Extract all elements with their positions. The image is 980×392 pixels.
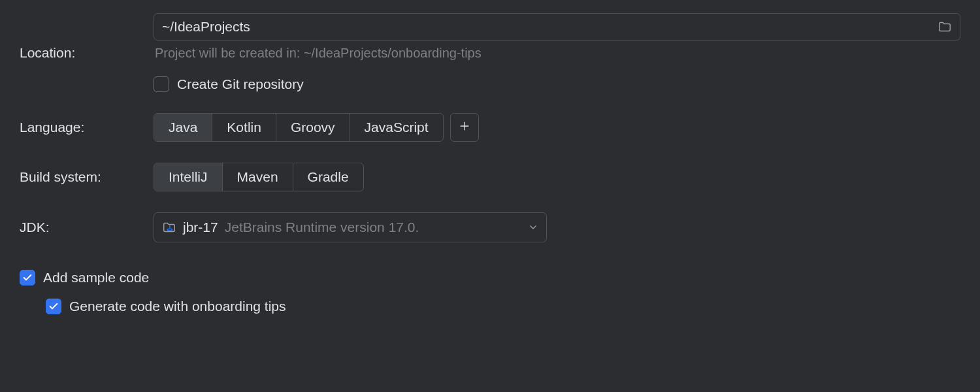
build-system-segmented: IntelliJ Maven Gradle	[154, 163, 364, 191]
language-controls: Java Kotlin Groovy JavaScript	[154, 113, 479, 142]
sample-code-label: Add sample code	[43, 270, 149, 286]
location-input-wrap[interactable]	[154, 13, 960, 41]
build-system-label: Build system:	[20, 169, 147, 185]
git-checkbox-label: Create Git repository	[177, 76, 304, 92]
build-system-option-intellij[interactable]: IntelliJ	[154, 163, 223, 191]
language-row: Language: Java Kotlin Groovy JavaScript	[20, 113, 960, 142]
onboarding-tips-label: Generate code with onboarding tips	[69, 299, 286, 314]
location-row: Location: Project will be created in: ~/…	[20, 13, 960, 92]
jdk-selected-description: JetBrains Runtime version 17.0.	[225, 220, 521, 235]
new-project-form: Location: Project will be created in: ~/…	[20, 13, 960, 314]
svg-point-2	[167, 229, 172, 231]
jdk-folder-icon	[162, 220, 176, 235]
language-option-groovy[interactable]: Groovy	[276, 114, 350, 141]
language-option-javascript[interactable]: JavaScript	[350, 114, 443, 141]
plus-icon	[458, 118, 471, 137]
git-checkbox[interactable]	[154, 76, 169, 92]
location-field-col: Project will be created in: ~/IdeaProjec…	[154, 13, 960, 92]
jdk-row: JDK: jbr-17 JetBrains Runtime version 17…	[20, 212, 960, 242]
language-segmented: Java Kotlin Groovy JavaScript	[154, 113, 444, 142]
language-label: Language:	[20, 120, 147, 135]
git-checkbox-row: Create Git repository	[154, 76, 960, 92]
build-system-option-gradle[interactable]: Gradle	[293, 163, 363, 191]
add-language-button[interactable]	[450, 113, 479, 142]
build-system-row: Build system: IntelliJ Maven Gradle	[20, 163, 960, 191]
sample-code-checkbox[interactable]	[20, 270, 35, 286]
onboarding-tips-checkbox[interactable]	[46, 299, 61, 314]
jdk-selected-name: jbr-17	[183, 220, 218, 235]
location-input[interactable]	[154, 15, 930, 39]
jdk-label: JDK:	[20, 220, 147, 235]
language-option-java[interactable]: Java	[154, 114, 212, 141]
location-label: Location:	[20, 45, 147, 61]
location-hint: Project will be created in: ~/IdeaProjec…	[154, 44, 960, 61]
onboarding-tips-row: Generate code with onboarding tips	[46, 299, 960, 314]
sample-code-row: Add sample code	[20, 270, 960, 286]
browse-folder-icon[interactable]	[930, 20, 960, 34]
language-option-kotlin[interactable]: Kotlin	[212, 114, 276, 141]
jdk-dropdown[interactable]: jbr-17 JetBrains Runtime version 17.0.	[154, 212, 547, 242]
build-system-controls: IntelliJ Maven Gradle	[154, 163, 364, 191]
chevron-down-icon	[528, 222, 538, 233]
build-system-option-maven[interactable]: Maven	[223, 163, 293, 191]
